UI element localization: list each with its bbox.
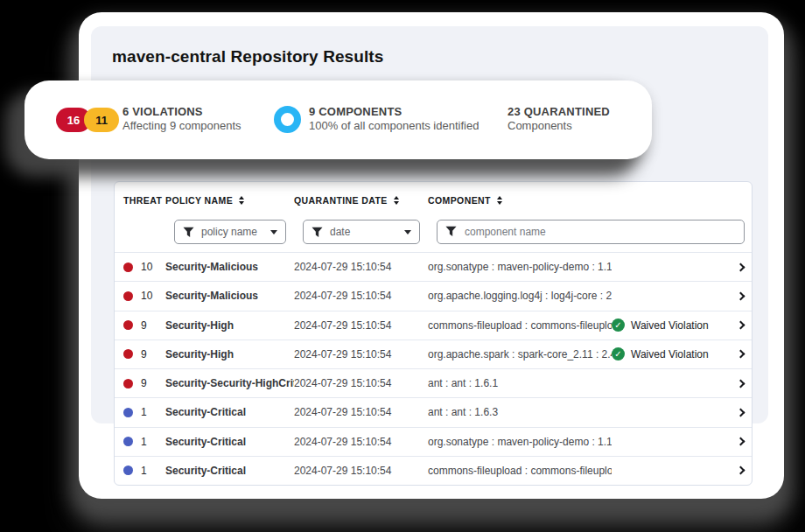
threat-level-dot	[123, 466, 133, 475]
components-stat: 9 COMPONENTS 100% of all components iden…	[309, 105, 479, 132]
threat-level-value: 10	[141, 290, 152, 302]
threat-level-value: 9	[141, 377, 147, 389]
violations-stat-subtitle: Affecting 9 components	[122, 119, 242, 132]
threat-cell: 9	[115, 377, 165, 389]
threat-cell: 10	[115, 290, 165, 302]
violations-stat: 6 VIOLATIONS Affecting 9 components	[122, 105, 242, 132]
components-stat-subtitle: 100% of all components identified	[309, 119, 479, 132]
filter-funnel-icon	[183, 227, 194, 238]
threat-level-value: 1	[141, 465, 147, 477]
component-name-cell: org.sonatype : maven-policy-demo : 1.1.0	[428, 261, 612, 273]
component-name-filter-input[interactable]	[437, 220, 745, 244]
policy-name-cell: Security-Security-HighCrit...	[165, 377, 294, 389]
threat-level-dot	[123, 379, 133, 388]
date-filter-value: date	[330, 226, 397, 238]
sort-icon[interactable]	[394, 196, 399, 205]
violation-count-badges: 16 11	[56, 108, 119, 132]
threat-level-dot	[123, 349, 133, 359]
policy-name-cell: Security-Malicious	[165, 290, 294, 302]
quarantined-stat: 23 QUARANTINED Components	[508, 105, 610, 132]
table-row[interactable]: 1 Security-Critical 2024-07-29 15:10:54 …	[115, 456, 752, 485]
components-donut-icon	[274, 106, 301, 133]
policy-name-cell: Security-Critical	[165, 436, 294, 448]
filter-funnel-icon	[312, 227, 323, 238]
quarantine-date-cell: 2024-07-29 15:10:54	[294, 436, 428, 448]
summary-stats-card: 16 11 6 VIOLATIONS Affecting 9 component…	[24, 80, 652, 159]
waived-violation-badge: ✓ Waived Violation	[612, 318, 727, 332]
quarantine-date-cell: 2024-07-29 15:10:54	[294, 261, 428, 273]
table-body: 10 Security-Malicious 2024-07-29 15:10:5…	[115, 252, 752, 485]
table-row[interactable]: 10 Security-Malicious 2024-07-29 15:10:5…	[115, 281, 752, 310]
component-name-cell: ant : ant : 1.6.3	[428, 406, 612, 418]
threat-level-dot	[123, 291, 133, 301]
components-stat-title: 9 COMPONENTS	[309, 105, 479, 118]
threat-cell: 10	[115, 261, 165, 273]
threat-level-dot	[123, 320, 133, 330]
chevron-right-icon[interactable]	[736, 466, 745, 475]
sort-icon[interactable]	[497, 196, 502, 205]
table-filter-row: policy name date	[115, 214, 752, 252]
policy-name-cell: Security-Critical	[165, 465, 294, 477]
column-header-date[interactable]: QUARANTINE DATE	[294, 195, 428, 206]
quarantined-stat-subtitle: Components	[508, 119, 610, 132]
chevron-right-icon[interactable]	[736, 408, 745, 416]
component-name-cell: org.sonatype : maven-policy-demo : 1.11.…	[428, 436, 612, 448]
component-name-cell: org.apache.spark : spark-core_2.11 : 2.4…	[428, 348, 612, 360]
waived-violation-label: Waived Violation	[631, 348, 709, 360]
quarantined-stat-title: 23 QUARANTINED	[508, 105, 610, 118]
row-expand-cell	[727, 467, 752, 473]
component-name-cell: commons-fileupload : commons-fileupload …	[428, 319, 612, 332]
warning-count-badge: 11	[84, 108, 119, 132]
threat-cell: 1	[115, 406, 165, 418]
threat-level-dot	[123, 262, 133, 272]
column-header-policy-label: POLICY NAME	[165, 195, 233, 206]
quarantine-date-cell: 2024-07-29 15:10:54	[294, 290, 428, 302]
column-header-date-label: QUARANTINE DATE	[294, 195, 388, 206]
policy-name-cell: Security-Malicious	[165, 261, 294, 273]
waived-violation-badge: ✓ Waived Violation	[612, 347, 727, 360]
chevron-right-icon[interactable]	[736, 350, 745, 359]
row-expand-cell	[727, 322, 752, 328]
chevron-right-icon[interactable]	[736, 379, 745, 388]
component-filter-wrap	[437, 220, 745, 244]
threat-level-value: 1	[141, 436, 147, 448]
threat-level-value: 9	[141, 319, 147, 332]
sort-icon[interactable]	[239, 196, 244, 205]
threat-level-dot	[123, 408, 133, 417]
table-row[interactable]: 1 Security-Critical 2024-07-29 15:10:54 …	[115, 427, 752, 456]
policy-name-filter-dropdown[interactable]: policy name	[174, 220, 286, 244]
filter-funnel-icon	[445, 226, 457, 237]
violations-stat-title: 6 VIOLATIONS	[122, 105, 242, 118]
chevron-right-icon[interactable]	[736, 262, 745, 271]
quarantine-date-cell: 2024-07-29 15:10:54	[294, 377, 428, 389]
table-header-row: THREAT POLICY NAME QUARANTINE DATE COMPO…	[115, 182, 752, 214]
threat-cell: 1	[115, 465, 165, 477]
page-title: maven-central Repository Results	[112, 47, 747, 66]
table-row[interactable]: 1 Security-Critical 2024-07-29 15:10:54 …	[115, 397, 752, 426]
table-row[interactable]: 9 Security-Security-HighCrit... 2024-07-…	[115, 368, 752, 397]
column-header-component-label: COMPONENT	[428, 195, 491, 206]
policy-filter-value: policy name	[201, 226, 263, 238]
quarantine-date-cell: 2024-07-29 15:10:54	[294, 465, 428, 477]
row-expand-cell	[727, 293, 752, 299]
quarantine-date-cell: 2024-07-29 15:10:54	[294, 319, 428, 332]
chevron-right-icon[interactable]	[736, 438, 745, 446]
row-expand-cell	[727, 381, 752, 387]
row-expand-cell	[727, 264, 752, 270]
threat-level-value: 1	[141, 406, 147, 418]
table-row[interactable]: 9 Security-High 2024-07-29 15:10:54 org.…	[115, 340, 752, 368]
chevron-right-icon[interactable]	[736, 321, 745, 330]
column-header-policy[interactable]: POLICY NAME	[165, 195, 294, 206]
policy-name-cell: Security-High	[165, 348, 294, 360]
row-expand-cell	[727, 410, 752, 416]
column-header-component[interactable]: COMPONENT	[428, 195, 752, 206]
row-expand-cell	[727, 438, 752, 444]
component-name-cell: ant : ant : 1.6.1	[428, 377, 612, 389]
screenshot-stage: maven-central Repository Results 16 11 6…	[0, 0, 805, 532]
chevron-right-icon[interactable]	[736, 291, 745, 300]
table-row[interactable]: 9 Security-High 2024-07-29 15:10:54 comm…	[115, 311, 752, 340]
date-filter-dropdown[interactable]: date	[303, 220, 420, 244]
table-row[interactable]: 10 Security-Malicious 2024-07-29 15:10:5…	[115, 252, 752, 281]
policy-name-cell: Security-Critical	[165, 406, 294, 418]
threat-cell: 9	[115, 348, 165, 360]
